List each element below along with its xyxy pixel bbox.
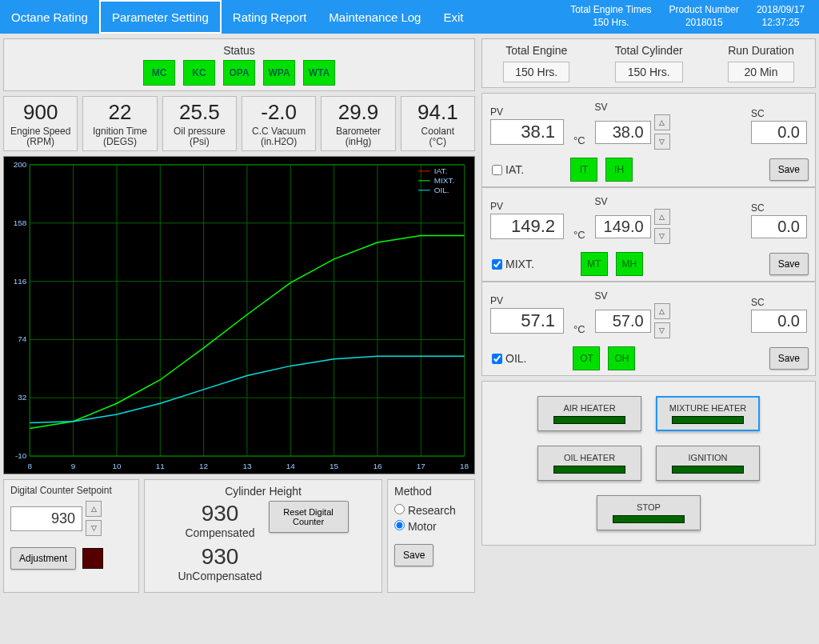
pv-value: 38.1 — [490, 119, 564, 145]
svg-text:13: 13 — [242, 462, 252, 470]
enable-checkbox[interactable]: IAT. — [492, 163, 524, 176]
gauge-coolant: 94.1Coolant(°C) — [401, 96, 475, 151]
svg-text:OIL.: OIL. — [434, 186, 449, 194]
btn-it[interactable]: IT — [570, 158, 597, 182]
sc-value: 0.0 — [751, 121, 807, 144]
btn-mh[interactable]: MH — [616, 252, 643, 276]
btn-ih[interactable]: IH — [605, 158, 633, 182]
led-bar — [613, 515, 685, 523]
dc-label: Digital Counter Setpoint — [10, 485, 132, 496]
product-number: 2018015 — [669, 17, 739, 30]
sv-value[interactable]: 38.0 — [595, 121, 651, 144]
sv-up-button[interactable]: △ — [654, 303, 670, 319]
menu-item-octane-rating[interactable]: Octane Rating — [0, 0, 99, 34]
header-info: Total Engine Times150 Hrs. Product Numbe… — [570, 4, 819, 29]
save-button[interactable]: Save — [769, 253, 809, 275]
sv-up-button[interactable]: △ — [654, 114, 670, 130]
method-motor[interactable]: Motor — [394, 520, 468, 533]
sv-down-button[interactable]: ▽ — [654, 322, 670, 338]
gauge-barometer: 29.9Barometer(inHg) — [321, 96, 395, 151]
big-buttons-panel: AIR HEATERMIXTURE HEATEROIL HEATERIGNITI… — [481, 381, 816, 546]
total-engine-val: 150 Hrs. — [503, 62, 569, 82]
reset-counter-button[interactable]: Reset Digital Counter — [269, 501, 349, 533]
svg-text:8: 8 — [28, 462, 33, 470]
gauge-ignition-time: 22Ignition Time(DEGS) — [82, 96, 157, 151]
dc-value[interactable]: 930 — [10, 506, 82, 531]
svg-text:16: 16 — [373, 462, 382, 470]
save-button[interactable]: Save — [769, 158, 809, 181]
led-bar — [553, 466, 625, 474]
header-time: 12:37:25 — [757, 17, 805, 30]
method-research[interactable]: Research — [394, 504, 468, 517]
svg-text:11: 11 — [156, 462, 166, 470]
status-title: Status — [10, 44, 468, 57]
big-btn-mixture-heater[interactable]: MIXTURE HEATER — [656, 396, 760, 431]
btn-mt[interactable]: MT — [581, 252, 608, 276]
card-iat: PV38.1°CSV38.0△▽SC0.0 IAT.ITIHSave — [481, 93, 816, 187]
compensated-label: Compensated — [178, 526, 262, 539]
svg-text:10: 10 — [112, 462, 122, 470]
sv-up-button[interactable]: △ — [654, 209, 670, 225]
svg-text:14: 14 — [286, 462, 296, 470]
status-kc: KC — [183, 60, 215, 86]
svg-text:116: 116 — [14, 277, 27, 286]
btn-oh[interactable]: OH — [608, 346, 635, 370]
run-duration-val: 20 Min — [728, 62, 794, 82]
gauge-c-c-vacuum: -2.0C.C Vacuum(in.H2O) — [242, 96, 316, 151]
total-cylinder-val: 150 Hrs. — [615, 62, 683, 82]
total-cylinder-label: Total Cylinder — [615, 44, 683, 57]
sv-value[interactable]: 149.0 — [595, 215, 651, 238]
svg-text:12: 12 — [199, 462, 209, 470]
dc-down-button[interactable]: ▽ — [86, 520, 102, 536]
card-mixt: PV149.2°CSV149.0△▽SC0.0 MIXT.MTMHSave — [481, 187, 816, 282]
pv-value: 57.1 — [490, 308, 564, 334]
sv-down-button[interactable]: ▽ — [654, 228, 670, 244]
led-bar — [672, 416, 744, 424]
sv-down-button[interactable]: ▽ — [654, 134, 670, 150]
sv-value[interactable]: 57.0 — [595, 310, 651, 333]
run-info-panel: Total Engine150 Hrs. Total Cylinder150 H… — [481, 38, 816, 88]
btn-ot[interactable]: OT — [573, 346, 600, 370]
gauge-engine-speed: 900Engine Speed(RPM) — [3, 96, 78, 151]
svg-text:MIXT.: MIXT. — [434, 176, 454, 185]
svg-text:158: 158 — [14, 218, 27, 227]
big-btn-air-heater[interactable]: AIR HEATER — [537, 396, 641, 431]
menu-item-maintenance-log[interactable]: Maintenance Log — [318, 0, 432, 34]
save-button[interactable]: Save — [769, 347, 809, 370]
status-mc: MC — [143, 60, 175, 86]
led-bar — [672, 466, 744, 474]
total-engine-times-label: Total Engine Times — [570, 4, 651, 17]
svg-text:18: 18 — [460, 462, 469, 470]
dc-up-button[interactable]: △ — [86, 501, 102, 517]
big-btn-stop[interactable]: STOP — [597, 495, 701, 530]
method-save-button[interactable]: Save — [394, 544, 433, 566]
enable-checkbox[interactable]: MIXT. — [492, 258, 534, 270]
total-engine-label: Total Engine — [503, 44, 569, 57]
uncompensated-label: UnCompensated — [178, 570, 262, 582]
svg-text:-10: -10 — [15, 451, 27, 460]
svg-text:200: 200 — [14, 160, 27, 169]
digital-counter-panel: Digital Counter Setpoint 930 △ ▽ Adjustm… — [3, 479, 139, 593]
compensated-value: 930 — [178, 501, 262, 526]
product-number-label: Product Number — [669, 4, 739, 17]
cylinder-title: Cylinder Height — [151, 485, 375, 498]
uncompensated-value: 930 — [178, 544, 262, 570]
menu-item-parameter-setting[interactable]: Parameter Setting — [99, 0, 222, 34]
header-date: 2018/09/17 — [757, 4, 805, 17]
big-btn-oil-heater[interactable]: OIL HEATER — [537, 446, 641, 481]
svg-text:IAT.: IAT. — [434, 166, 447, 175]
led-bar — [553, 416, 625, 424]
big-btn-ignition[interactable]: IGNITION — [656, 446, 760, 481]
menu-item-exit[interactable]: Exit — [432, 0, 474, 34]
total-engine-times: 150 Hrs. — [570, 17, 651, 30]
enable-checkbox[interactable]: OIL. — [492, 352, 526, 365]
sc-value: 0.0 — [751, 310, 807, 333]
pv-value: 149.2 — [490, 214, 564, 239]
adjustment-button[interactable]: Adjustment — [10, 547, 76, 570]
status-wta: WTA — [303, 60, 335, 86]
cylinder-height-panel: Cylinder Height 930 Compensated 930 UnCo… — [144, 479, 382, 593]
run-duration-label: Run Duration — [728, 44, 794, 57]
chart-panel: 89101112131415161718-103274116158200IAT.… — [3, 156, 475, 474]
menu-item-rating-report[interactable]: Rating Report — [222, 0, 318, 34]
svg-text:17: 17 — [417, 462, 426, 470]
